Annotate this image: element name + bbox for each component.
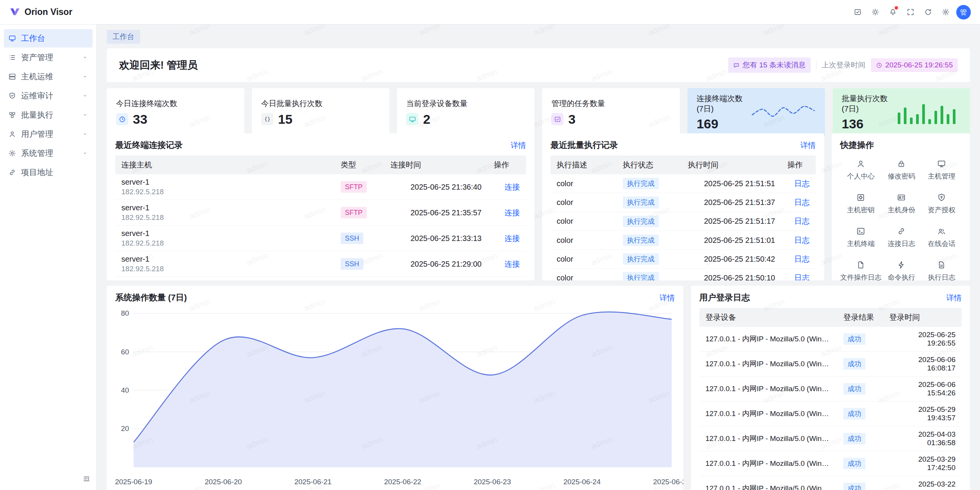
desktop-icon [409, 116, 416, 123]
quick-action-host-management[interactable]: 主机管理 [921, 159, 962, 181]
task-icon [554, 116, 561, 123]
svg-text:2025-06-21: 2025-06-21 [294, 478, 332, 486]
execution-time: 2025-06-25 21:51:37 [682, 193, 781, 212]
terminal-week-sparkline [751, 100, 816, 125]
sidebar-item-system-management[interactable]: 系统管理 [4, 144, 93, 162]
connect-link[interactable]: 连接 [505, 183, 520, 191]
box-check-icon [854, 8, 862, 16]
quick-action-asset-authorization[interactable]: 资产授权 [921, 193, 962, 215]
login-result-badge: 成功 [843, 483, 866, 490]
sidebar-item-label: 工作台 [21, 33, 45, 44]
panel-batch-executions: 最近批量执行记录 详情 执行描述 执行状态 执行时间 操作 color [542, 133, 824, 280]
quick-action-personal-center[interactable]: 个人中心 [840, 159, 882, 181]
log-link[interactable]: 日志 [794, 255, 810, 263]
terminal-connection-row: server-1 182.92.5.218 SFTP 2025-06-25 21… [115, 200, 526, 226]
log-link[interactable]: 日志 [794, 236, 810, 244]
host-ip: 182.92.5.218 [121, 213, 328, 222]
connect-link[interactable]: 连接 [505, 260, 520, 268]
login-device: 127.0.0.1 - 内网IP - Mozilla/5.0 (Windows … [699, 426, 837, 451]
svg-text:40: 40 [121, 386, 129, 394]
log-link[interactable]: 日志 [794, 179, 810, 188]
host-name: server-1 [121, 203, 328, 212]
collapse-sidebar-button[interactable] [80, 473, 93, 485]
quick-action-change-password[interactable]: 修改密码 [882, 159, 922, 181]
message-icon [733, 62, 740, 69]
column-header: 登录时间 [883, 308, 962, 327]
terminal-connection-row: server-1 182.92.5.218 SSH 2025-06-25 21:… [115, 226, 526, 251]
notifications-button[interactable] [886, 5, 900, 19]
log-link[interactable]: 日志 [794, 274, 810, 280]
svg-text:2025-06-22: 2025-06-22 [384, 478, 421, 486]
connect-link[interactable]: 连接 [505, 208, 520, 217]
sidebar-item-user-management[interactable]: 用户管理 [4, 125, 93, 143]
sidebar-item-workbench[interactable]: 工作台 [4, 29, 93, 48]
execution-status-badge: 执行完成 [623, 178, 659, 189]
column-header: 类型 [335, 156, 384, 174]
panel-terminal-connections: 最近终端连接记录 详情 连接主机 类型 连接时间 操作 serv [107, 133, 534, 280]
clock-icon [876, 62, 882, 69]
theme-toggle-button[interactable] [868, 5, 882, 19]
svg-text:20: 20 [121, 424, 129, 433]
main-content: adminadminadminadminadminadminadminadmin… [97, 25, 980, 490]
login-device: 127.0.0.1 - 内网IP - Mozilla/5.0 (Windows … [699, 327, 837, 352]
quick-action-command-execution[interactable]: 命令执行 [882, 261, 922, 280]
avatar[interactable]: 管 [956, 5, 971, 20]
quick-action-host-keys[interactable]: 主机密钥 [840, 193, 882, 215]
system-operations-detail-link[interactable]: 详情 [660, 293, 675, 303]
server-icon [8, 73, 16, 80]
connect-link[interactable]: 连接 [505, 234, 520, 243]
sidebar-item-project-url[interactable]: 项目地址 [4, 163, 93, 182]
stat-label: 今日连接终端次数 [116, 98, 235, 109]
middle-row: 最近终端连接记录 详情 连接主机 类型 连接时间 操作 serv [107, 133, 970, 280]
quick-action-connection-log[interactable]: 连接日志 [882, 227, 922, 248]
clock-icon [119, 116, 126, 123]
box-check-button[interactable] [851, 5, 864, 19]
gear-icon [942, 8, 950, 16]
chevron-down-icon [82, 150, 88, 156]
batch-execution-row: color 执行完成 2025-06-25 21:51:01 日志 [550, 231, 816, 249]
login-log-row: 127.0.0.1 - 内网IP - Mozilla/5.0 (Windows … [699, 451, 962, 476]
execution-status-badge: 执行完成 [623, 197, 659, 208]
login-log-detail-link[interactable]: 详情 [946, 293, 962, 303]
unread-messages-badge[interactable]: 您有 15 条未读消息 [728, 57, 811, 73]
refresh-button[interactable] [921, 5, 935, 19]
unread-messages-text: 您有 15 条未读消息 [743, 60, 806, 70]
column-header: 执行描述 [550, 156, 617, 174]
quick-action-host-terminal[interactable]: 主机终端 [840, 227, 882, 248]
sidebar-item-label: 项目地址 [21, 167, 53, 178]
main-layout: 工作台 资产管理 主机运维 运维审计 批量执行 [0, 25, 980, 490]
quick-action-host-identity[interactable]: 主机身份 [882, 193, 922, 215]
login-time: 2025-06-06 15:54:26 [883, 377, 962, 402]
notification-dot [895, 6, 898, 10]
sidebar-item-asset-management[interactable]: 资产管理 [4, 48, 93, 67]
batch-detail-link[interactable]: 详情 [800, 140, 816, 151]
stat-card-exec-week: 批量执行次数 (7日) 136 [833, 88, 970, 137]
terminal-detail-link[interactable]: 详情 [511, 140, 526, 151]
connection-type-badge: SFTP [341, 207, 367, 218]
settings-button[interactable] [939, 5, 952, 19]
stat-value: 2 [423, 112, 430, 127]
log-link[interactable]: 日志 [794, 198, 810, 206]
boxes-icon [8, 111, 16, 119]
lock-icon [897, 159, 906, 168]
stat-card-login-devices: 当前登录设备数量 2 [397, 88, 534, 137]
quick-action-execution-log[interactable]: 执行日志 [921, 261, 962, 280]
brand: Orion Visor [9, 7, 72, 18]
sidebar-item-host-ops[interactable]: 主机运维 [4, 67, 93, 86]
login-device: 127.0.0.1 - 内网IP - Mozilla/5.0 (Windows … [699, 476, 837, 490]
sidebar-item-batch-execution[interactable]: 批量执行 [4, 106, 93, 124]
fullscreen-button[interactable] [903, 5, 917, 19]
breadcrumb-item-workbench[interactable]: 工作台 [107, 30, 140, 44]
sidebar-item-ops-audit[interactable]: 运维审计 [4, 87, 93, 105]
chevron-down-icon [82, 93, 88, 99]
execution-status-badge: 执行完成 [623, 216, 659, 227]
quick-action-file-operation-log[interactable]: 文件操作日志 [840, 261, 882, 280]
log-link[interactable]: 日志 [794, 217, 810, 225]
column-header: 执行状态 [617, 156, 682, 174]
stat-label: 连接终端次数 (7日) [697, 93, 747, 114]
sidebar-item-label: 运维审计 [21, 90, 53, 101]
collapse-icon [83, 475, 90, 483]
panel-title: 最近终端连接记录 [115, 139, 183, 151]
quick-action-label: 主机密钥 [847, 205, 875, 215]
quick-action-online-sessions[interactable]: 在线会话 [921, 227, 962, 248]
